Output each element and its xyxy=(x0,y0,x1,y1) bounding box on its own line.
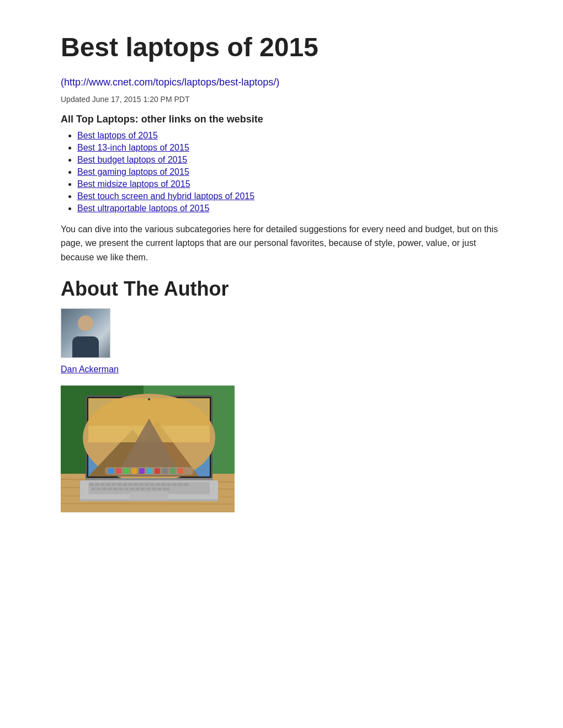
svg-rect-37 xyxy=(117,483,121,486)
svg-rect-62 xyxy=(157,488,162,490)
svg-rect-19 xyxy=(116,468,121,474)
svg-rect-48 xyxy=(178,483,182,486)
page-title-text: Best laptops of 2015 xyxy=(61,33,318,62)
laptop-image-svg xyxy=(61,386,235,512)
list-item-link-3[interactable]: Best gaming laptops of 2015 xyxy=(77,167,189,176)
list-item-link-0[interactable]: Best laptops of 2015 xyxy=(77,131,158,140)
about-heading: About The Author xyxy=(61,277,502,301)
svg-rect-66 xyxy=(61,501,235,512)
svg-rect-18 xyxy=(108,468,114,474)
author-name-link[interactable]: Dan Ackerman xyxy=(61,365,502,374)
list-item: Best budget laptops of 2015 xyxy=(77,155,502,165)
svg-rect-55 xyxy=(119,488,123,490)
section-subheading: All Top Laptops: other links on the webs… xyxy=(61,114,502,125)
list-item: Best laptops of 2015 xyxy=(77,131,502,141)
svg-rect-58 xyxy=(135,488,140,490)
svg-rect-47 xyxy=(172,483,177,486)
svg-rect-64 xyxy=(130,492,168,499)
svg-line-67 xyxy=(61,504,235,504)
person-head-shape xyxy=(78,315,93,331)
svg-rect-43 xyxy=(150,483,155,486)
svg-rect-40 xyxy=(134,483,138,486)
svg-rect-22 xyxy=(139,468,145,474)
svg-rect-24 xyxy=(155,468,160,474)
list-item-link-6[interactable]: Best ultraportable laptops of 2015 xyxy=(77,204,209,213)
svg-rect-46 xyxy=(167,483,171,486)
svg-rect-56 xyxy=(124,488,129,490)
list-item-link-2[interactable]: Best budget laptops of 2015 xyxy=(77,155,187,164)
link-list: Best laptops of 2015Best 13-inch laptops… xyxy=(77,131,502,213)
body-text: You can dive into the various subcategor… xyxy=(61,222,502,265)
svg-rect-27 xyxy=(178,468,183,474)
svg-rect-41 xyxy=(139,483,144,486)
list-item-link-5[interactable]: Best touch screen and hybrid laptops of … xyxy=(77,191,254,201)
laptop-image xyxy=(61,386,235,512)
laptop-image-container xyxy=(61,386,235,512)
svg-rect-23 xyxy=(147,468,152,474)
svg-rect-42 xyxy=(145,483,149,486)
svg-rect-65 xyxy=(80,499,218,501)
svg-rect-60 xyxy=(146,488,151,490)
list-item: Best gaming laptops of 2015 xyxy=(77,167,502,177)
title-spacer xyxy=(326,33,333,62)
svg-rect-36 xyxy=(111,483,116,486)
svg-rect-52 xyxy=(102,488,107,490)
svg-point-28 xyxy=(148,398,150,400)
author-photo-inner xyxy=(61,309,110,357)
list-item: Best midsize laptops of 2015 xyxy=(77,179,502,189)
page-title: Best laptops of 2015 (http://www.cnet.co… xyxy=(61,33,502,92)
svg-rect-59 xyxy=(141,488,145,490)
svg-rect-51 xyxy=(97,488,101,490)
svg-rect-45 xyxy=(161,483,166,486)
svg-rect-44 xyxy=(156,483,160,486)
svg-rect-61 xyxy=(152,488,156,490)
page-title-link[interactable]: (http://www.cnet.com/topics/laptops/best… xyxy=(61,77,279,88)
list-item: Best 13-inch laptops of 2015 xyxy=(77,143,502,153)
svg-rect-26 xyxy=(170,468,176,474)
list-item: Best ultraportable laptops of 2015 xyxy=(77,204,502,213)
svg-rect-33 xyxy=(95,483,99,486)
svg-rect-32 xyxy=(89,483,94,486)
author-photo xyxy=(61,308,110,358)
person-body-shape xyxy=(72,336,99,357)
svg-rect-38 xyxy=(123,483,127,486)
svg-rect-21 xyxy=(131,468,137,474)
svg-rect-35 xyxy=(106,483,110,486)
list-item-link-4[interactable]: Best midsize laptops of 2015 xyxy=(77,179,190,189)
svg-rect-50 xyxy=(91,488,95,490)
svg-rect-53 xyxy=(108,488,112,490)
svg-rect-63 xyxy=(163,488,169,490)
list-item: Best touch screen and hybrid laptops of … xyxy=(77,191,502,201)
updated-date: Updated June 17, 2015 1:20 PM PDT xyxy=(61,95,502,104)
svg-rect-57 xyxy=(130,488,134,490)
svg-rect-49 xyxy=(183,483,189,486)
svg-rect-39 xyxy=(128,483,132,486)
svg-rect-34 xyxy=(100,483,105,486)
svg-rect-20 xyxy=(124,468,129,474)
svg-rect-54 xyxy=(113,488,118,490)
list-item-link-1[interactable]: Best 13-inch laptops of 2015 xyxy=(77,143,189,152)
svg-rect-25 xyxy=(162,468,168,474)
